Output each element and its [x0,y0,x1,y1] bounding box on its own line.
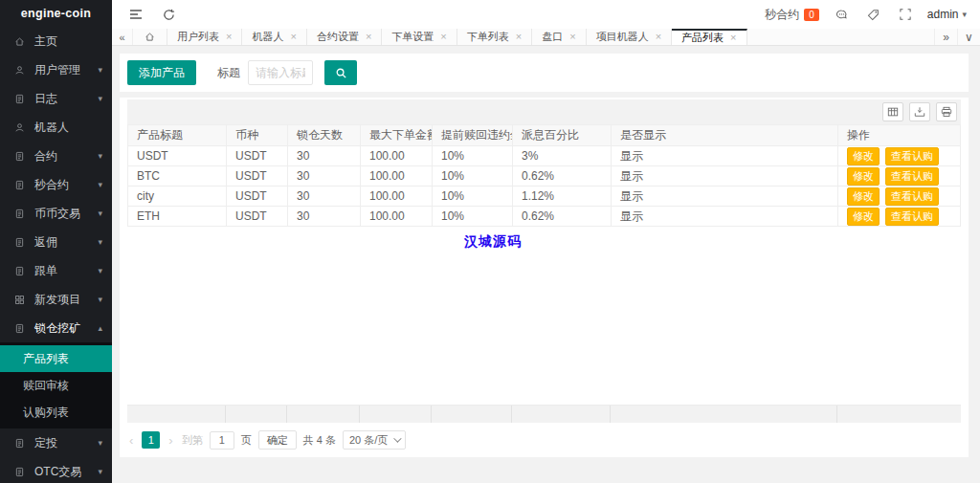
cell-interest: 1.12% [513,187,612,207]
print-icon[interactable] [936,102,957,121]
chevron-down-icon: ▾ [962,10,967,19]
chevron-down-icon: ▾ [98,180,102,189]
title-filter-label: 标题 [217,65,240,81]
tab-label: 产品列表 [681,31,724,45]
edit-button[interactable]: 修改 [847,208,880,226]
document-icon [13,322,26,335]
sidebar-item-label: OTC交易 [34,464,98,480]
tab-contract-settings[interactable]: 合约设置× [307,29,382,45]
cell-penalty: 10% [433,146,513,166]
title-filter-input[interactable] [248,60,313,85]
export-icon[interactable] [909,102,930,121]
sidebar-item-redeem-review[interactable]: 赎回审核 [0,372,112,399]
cell-interest: 0.62% [513,207,612,227]
prev-page-icon[interactable]: ‹ [127,433,135,448]
next-page-icon[interactable]: › [167,433,174,448]
edit-button[interactable]: 修改 [847,147,880,165]
tab-order-settings[interactable]: 下单设置× [382,29,457,45]
document-icon [13,466,26,478]
close-icon[interactable]: × [516,32,522,42]
chevron-down-icon: ▾ [98,209,102,218]
sidebar-item-copy-trade[interactable]: 跟单 ▾ [0,256,112,285]
cell-interest: 3% [513,146,612,166]
table-card: 产品标题 币种 锁仓天数 最大下单金额 提前赎回违约金 派息百分比 是否显示 操… [120,98,969,457]
confirm-page-button[interactable]: 确定 [258,430,297,450]
col-product-title: 产品标题 [128,125,227,146]
sidebar-item-second-contract[interactable]: 秒合约 ▾ [0,170,112,199]
sidebar-item-label: 跟单 [34,263,98,279]
sidebar-item-robot[interactable]: 机器人 [0,113,112,142]
cell-penalty: 10% [433,207,513,227]
tabs-menu-icon[interactable]: ∨ [957,29,980,45]
current-page-button[interactable]: 1 [142,431,160,449]
main-area: 秒合约 0 admin ▾ « 用户列表× 机器人× [112,0,980,483]
view-subscriptions-button[interactable]: 查看认购 [885,147,939,165]
close-icon[interactable]: × [366,32,371,42]
cell-max-amount: 100.00 [361,166,433,187]
tabs-scroll-left-icon[interactable]: « [112,29,133,45]
view-subscriptions-button[interactable]: 查看认购 [885,187,939,206]
tab-user-list[interactable]: 用户列表× [167,29,242,45]
sidebar-item-contract[interactable]: 合约 ▾ [0,142,112,170]
cell-visible: 显示 [612,146,838,166]
fullscreen-icon[interactable] [896,5,915,24]
document-icon [13,236,26,249]
sidebar-item-rebate[interactable]: 返佣 ▾ [0,228,112,256]
chevron-up-icon: ▴ [98,323,102,333]
view-subscriptions-button[interactable]: 查看认购 [885,208,939,226]
home-icon [13,35,26,48]
edit-button[interactable]: 修改 [847,167,880,186]
close-icon[interactable]: × [569,32,575,42]
goto-page-input[interactable] [210,431,234,450]
tag-icon[interactable] [864,5,883,24]
col-interest: 派息百分比 [513,125,612,146]
menu-fold-icon[interactable] [125,4,146,25]
tab-order-list[interactable]: 下单列表× [457,29,532,45]
close-icon[interactable]: × [440,32,446,42]
admin-dropdown[interactable]: admin ▾ [927,8,970,21]
tabbar-spacer [747,29,935,45]
sidebar-item-auto-invest[interactable]: 定投 ▾ [0,428,112,457]
sidebar-item-new-projects[interactable]: 新发项目 ▾ [0,285,112,314]
tab-home[interactable] [133,29,167,45]
sidebar-item-otc-trade[interactable]: OTC交易 ▾ [0,457,112,483]
sidebar-item-home[interactable]: 主页 [0,27,112,55]
close-icon[interactable]: × [226,32,232,42]
sidebar-item-lock-mining[interactable]: 锁仓挖矿 ▴ [0,314,112,342]
col-coin: 币种 [227,125,288,146]
edit-button[interactable]: 修改 [847,187,880,206]
tab-project-robot[interactable]: 项目机器人× [587,29,672,45]
message-icon[interactable] [833,5,852,24]
cell-days: 30 [288,187,361,207]
close-icon[interactable]: × [290,32,296,42]
close-icon[interactable]: × [730,33,736,43]
sidebar-item-user-management[interactable]: 用户管理 ▾ [0,55,112,84]
search-button[interactable] [324,60,357,85]
page-unit-label: 页 [241,433,252,448]
close-icon[interactable]: × [656,32,661,42]
refresh-icon[interactable] [158,4,179,25]
tabs-scroll-right-icon[interactable]: » [934,29,957,45]
chevron-down-icon: ▾ [98,94,102,103]
tab-label: 机器人 [252,30,283,44]
cell-penalty: 10% [433,166,513,187]
tab-product-list[interactable]: 产品列表× [672,29,746,45]
tab-label: 合约设置 [317,30,359,44]
cell-visible: 显示 [612,207,838,227]
sidebar-item-product-list[interactable]: 产品列表 [0,345,112,372]
notification-badge: 0 [804,9,819,21]
sidebar-item-subscribe-list[interactable]: 认购列表 [0,399,112,426]
sidebar-item-coin-trade[interactable]: 币币交易 ▾ [0,199,112,228]
home-icon [145,32,155,42]
chevron-down-icon: ▾ [98,151,102,161]
tab-market[interactable]: 盘口× [532,29,586,45]
tab-robot[interactable]: 机器人× [242,29,306,45]
sidebar-item-logs[interactable]: 日志 ▾ [0,84,112,113]
per-page-select[interactable]: 20 条/页 [343,430,406,450]
view-subscriptions-button[interactable]: 查看认购 [885,167,939,186]
cell-title: city [128,187,227,207]
cell-days: 30 [288,207,361,227]
second-contract-quick-link[interactable]: 秒合约 0 [765,7,819,23]
columns-filter-icon[interactable] [882,102,903,121]
add-product-button[interactable]: 添加产品 [127,60,196,85]
